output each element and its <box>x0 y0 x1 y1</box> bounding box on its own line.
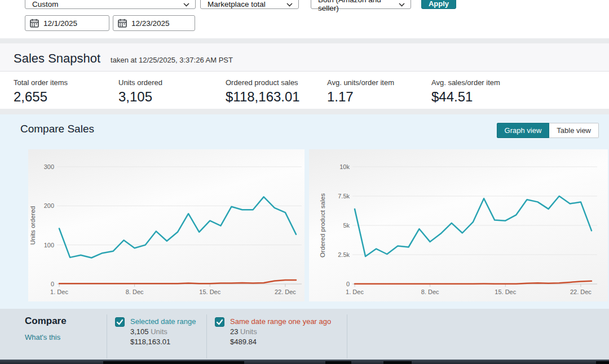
compare-legend: Compare What's this Selected date range … <box>0 309 609 359</box>
svg-text:Units ordered: Units ordered <box>29 206 36 245</box>
legend-item-selected-range: Selected date range 3,105 Units $118,163… <box>107 316 206 347</box>
metric-value: 3,105 <box>118 89 226 105</box>
svg-text:200: 200 <box>44 202 54 209</box>
metric-value: $44.51 <box>431 89 500 105</box>
filter-toolbar: Custom Marketplace total Both (Amazon an… <box>0 0 609 38</box>
year-ago-checkbox[interactable] <box>215 317 224 327</box>
svg-text:15. Dec: 15. Dec <box>199 288 220 295</box>
metric-label: Avg. sales/order item <box>431 78 500 87</box>
ordered-product-sales-chart: 02.5k5k7.5k10k1. Dec8. Dec15. Dec22. Dec… <box>309 149 608 301</box>
legend-units-suffix: Units <box>238 327 257 336</box>
graph-view-button[interactable]: Graph view <box>497 123 550 138</box>
sales-snapshot-header: Sales Snapshot taken at 12/25/2025, 3:37… <box>0 43 609 72</box>
taskbar[interactable] <box>0 359 609 364</box>
date-preset-select[interactable]: Custom <box>25 0 196 9</box>
section-divider <box>0 38 609 43</box>
legend-units: 23 Units <box>230 327 331 337</box>
end-date-input[interactable]: 12/23/2025 <box>113 15 195 31</box>
end-date-value: 12/23/2025 <box>131 19 170 28</box>
legend-units-value: 3,105 <box>130 327 149 336</box>
page-title: Sales Snapshot <box>14 51 100 66</box>
legend-divider <box>347 314 347 358</box>
metric-ordered-product-sales: Ordered product sales $118,163.01 <box>226 78 327 109</box>
metric-units-ordered: Units ordered 3,105 <box>118 78 226 109</box>
compare-title: Compare <box>25 316 107 327</box>
chevron-down-icon <box>286 0 293 8</box>
date-preset-value: Custom <box>32 0 59 8</box>
legend-item-year-ago: Same date range one year ago 23 Units $4… <box>207 316 347 347</box>
svg-text:Ordered product sales: Ordered product sales <box>319 193 326 258</box>
ordered-product-sales-chart-plot[interactable]: 02.5k5k7.5k10k1. Dec8. Dec15. Dec22. Dec… <box>309 149 608 301</box>
metric-value: 2,655 <box>14 89 118 105</box>
svg-text:8. Dec: 8. Dec <box>421 288 439 295</box>
calendar-icon <box>118 19 127 28</box>
legend-units: 3,105 Units <box>130 327 196 337</box>
svg-text:1. Dec: 1. Dec <box>50 288 68 295</box>
view-toggle: Graph view Table view <box>497 123 599 138</box>
metric-total-order-items: Total order items 2,655 <box>14 78 118 109</box>
svg-text:10k: 10k <box>339 163 350 170</box>
svg-text:7.5k: 7.5k <box>338 193 350 199</box>
taskbar-segment <box>596 361 609 364</box>
metric-label: Avg. units/order item <box>327 78 431 87</box>
snapshot-timestamp: taken at 12/25/2025, 3:37:26 AM PST <box>111 56 233 64</box>
metric-label: Units ordered <box>118 78 226 87</box>
table-view-button[interactable]: Table view <box>549 123 599 138</box>
start-date-input[interactable]: 12/1/2025 <box>25 15 109 31</box>
svg-text:0: 0 <box>51 281 54 287</box>
check-icon <box>116 318 123 326</box>
fulfillment-select[interactable]: Both (Amazon and seller) <box>311 0 411 9</box>
taskbar-segment <box>325 361 351 364</box>
selected-range-checkbox[interactable] <box>115 317 125 327</box>
taskbar-segment <box>383 361 412 364</box>
svg-text:22. Dec: 22. Dec <box>570 288 592 295</box>
svg-text:8. Dec: 8. Dec <box>126 288 144 295</box>
metric-label: Ordered product sales <box>226 78 327 87</box>
metric-value: 1.17 <box>327 89 431 105</box>
svg-text:2.5k: 2.5k <box>338 251 350 258</box>
chevron-down-icon <box>399 0 405 8</box>
chevron-down-icon <box>183 0 189 8</box>
legend-label: Same date range one year ago <box>230 317 331 327</box>
marketplace-value: Marketplace total <box>208 0 266 8</box>
metric-value: $118,163.01 <box>226 89 327 105</box>
svg-text:300: 300 <box>44 163 54 170</box>
metric-label: Total order items <box>14 78 118 87</box>
units-ordered-chart: 01002003001. Dec8. Dec15. Dec22. DecUnit… <box>28 149 304 301</box>
marketplace-select[interactable]: Marketplace total <box>200 0 299 9</box>
svg-text:1. Dec: 1. Dec <box>346 288 364 295</box>
section-divider <box>0 109 609 114</box>
svg-text:100: 100 <box>44 242 54 248</box>
taskbar-segment <box>103 361 244 364</box>
fulfillment-value: Both (Amazon and seller) <box>318 0 394 12</box>
svg-text:15. Dec: 15. Dec <box>495 288 516 295</box>
svg-text:5k: 5k <box>343 222 350 229</box>
start-date-value: 12/1/2025 <box>43 19 77 28</box>
legend-sales: $118,163.01 <box>130 337 196 347</box>
svg-text:22. Dec: 22. Dec <box>275 288 296 295</box>
whats-this-link[interactable]: What's this <box>25 333 107 341</box>
metric-avg-units-per-order: Avg. units/order item 1.17 <box>327 78 431 109</box>
legend-units-value: 23 <box>230 327 238 336</box>
units-ordered-chart-plot[interactable]: 01002003001. Dec8. Dec15. Dec22. DecUnit… <box>28 149 304 301</box>
metric-avg-sales-per-order: Avg. sales/order item $44.51 <box>431 78 500 109</box>
graph-view-label: Graph view <box>505 126 542 135</box>
svg-text:0: 0 <box>346 281 350 287</box>
calendar-icon <box>30 19 39 28</box>
compare-sales-title: Compare Sales <box>20 123 94 135</box>
compare-legend-header: Compare What's this <box>25 316 107 341</box>
compare-sales-panel: Compare Sales Graph view Table view 0100… <box>0 114 609 309</box>
legend-label: Selected date range <box>130 317 196 327</box>
apply-button-label: Apply <box>429 0 449 8</box>
apply-button[interactable]: Apply <box>421 0 456 9</box>
legend-sales: $489.84 <box>230 337 331 347</box>
metrics-row: Total order items 2,655 Units ordered 3,… <box>0 72 609 109</box>
legend-units-suffix: Units <box>149 327 167 336</box>
check-icon <box>216 318 223 326</box>
table-view-label: Table view <box>557 126 591 135</box>
